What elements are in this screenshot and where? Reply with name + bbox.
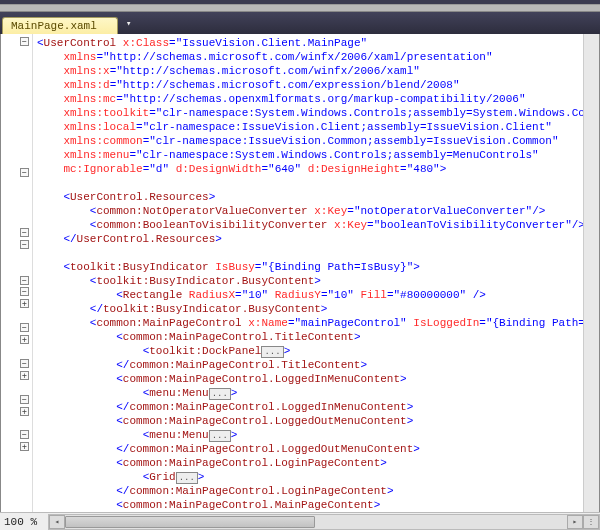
- code-line[interactable]: </toolkit:BusyIndicator.BusyContent>: [37, 302, 583, 316]
- code-line[interactable]: <common:MainPageControl.LoggedOutMenuCon…: [37, 414, 583, 428]
- code-line[interactable]: mc:Ignorable="d" d:DesignWidth="640" d:D…: [37, 162, 583, 176]
- gutter-row: [1, 191, 32, 203]
- collapsed-region[interactable]: ...: [176, 472, 198, 484]
- document-tab-strip: MainPage.xaml ▾: [0, 12, 600, 34]
- code-line[interactable]: <UserControl x:Class="IssueVision.Client…: [37, 36, 583, 50]
- gutter-row: [1, 155, 32, 167]
- splitter-grip-icon[interactable]: ⋮: [583, 515, 599, 529]
- fold-collapse-icon[interactable]: −: [20, 240, 29, 249]
- outline-gutter: −−−−−−+−+−+−+−+: [1, 34, 33, 512]
- code-line[interactable]: <common:NotOperatorValueConverter x:Key=…: [37, 204, 583, 218]
- fold-collapse-icon[interactable]: −: [20, 168, 29, 177]
- fold-expand-icon[interactable]: +: [20, 371, 29, 380]
- code-line[interactable]: xmlns:local="clr-namespace:IssueVision.C…: [37, 120, 583, 134]
- fold-expand-icon[interactable]: +: [20, 442, 29, 451]
- fold-collapse-icon[interactable]: −: [20, 395, 29, 404]
- collapsed-region[interactable]: ...: [261, 346, 283, 358]
- gutter-row: +: [1, 441, 32, 453]
- code-line[interactable]: <menu:Menu...>: [37, 428, 583, 442]
- code-line[interactable]: </common:MainPageControl.TitleContent>: [37, 358, 583, 372]
- gutter-row: +: [1, 334, 32, 346]
- code-line[interactable]: xmlns:common="clr-namespace:IssueVision.…: [37, 134, 583, 148]
- document-tab-active[interactable]: MainPage.xaml: [2, 17, 118, 34]
- code-content[interactable]: <UserControl x:Class="IssueVision.Client…: [33, 34, 583, 512]
- gutter-row: [1, 215, 32, 227]
- scroll-thumb[interactable]: [65, 516, 315, 528]
- code-line[interactable]: <UserControl.Resources>: [37, 190, 583, 204]
- gutter-row: [1, 262, 32, 274]
- code-line[interactable]: <toolkit:DockPanel...>: [37, 344, 583, 358]
- gutter-row: −: [1, 357, 32, 369]
- fold-collapse-icon[interactable]: −: [20, 430, 29, 439]
- gutter-row: −: [1, 274, 32, 286]
- gutter-row: [1, 84, 32, 96]
- code-editor: −−−−−−+−+−+−+−+ <UserControl x:Class="Is…: [0, 34, 600, 512]
- fold-expand-icon[interactable]: +: [20, 335, 29, 344]
- gutter-row: −: [1, 238, 32, 250]
- tab-dropdown-icon[interactable]: ▾: [122, 16, 136, 30]
- collapsed-region[interactable]: ...: [209, 430, 231, 442]
- fold-collapse-icon[interactable]: −: [20, 37, 29, 46]
- gutter-row: [1, 48, 32, 60]
- gutter-row: [1, 96, 32, 108]
- scroll-right-icon[interactable]: ▸: [567, 515, 583, 529]
- fold-expand-icon[interactable]: +: [20, 299, 29, 308]
- document-tab-title: MainPage.xaml: [11, 20, 97, 32]
- code-line[interactable]: </common:MainPageControl.LoggedInMenuCon…: [37, 400, 583, 414]
- gutter-row: +: [1, 298, 32, 310]
- gutter-row: [1, 203, 32, 215]
- code-line[interactable]: xmlns:menu="clr-namespace:System.Windows…: [37, 148, 583, 162]
- code-line[interactable]: xmlns:d="http://schemas.microsoft.com/ex…: [37, 78, 583, 92]
- gutter-row: [1, 250, 32, 262]
- code-line[interactable]: <common:MainPageControl.LoginPageContent…: [37, 456, 583, 470]
- code-line[interactable]: <toolkit:BusyIndicator IsBusy="{Binding …: [37, 260, 583, 274]
- code-line[interactable]: <common:MainPageControl.TitleContent>: [37, 330, 583, 344]
- code-line[interactable]: <toolkit:BusyIndicator.BusyContent>: [37, 274, 583, 288]
- gutter-row: −: [1, 322, 32, 334]
- code-line[interactable]: <Grid...>: [37, 470, 583, 484]
- code-line[interactable]: xmlns:toolkit="clr-namespace:System.Wind…: [37, 106, 583, 120]
- gutter-row: [1, 346, 32, 358]
- code-line[interactable]: [37, 246, 583, 260]
- code-line[interactable]: xmlns:x="http://schemas.microsoft.com/wi…: [37, 64, 583, 78]
- fold-expand-icon[interactable]: +: [20, 407, 29, 416]
- fold-collapse-icon[interactable]: −: [20, 323, 29, 332]
- fold-collapse-icon[interactable]: −: [20, 228, 29, 237]
- scroll-left-icon[interactable]: ◂: [49, 515, 65, 529]
- zoom-level[interactable]: 100 %: [0, 516, 48, 528]
- gutter-row: [1, 477, 32, 489]
- code-line[interactable]: <Rectangle RadiusX="10" RadiusY="10" Fil…: [37, 288, 583, 302]
- code-line[interactable]: xmlns:mc="http://schemas.openxmlformats.…: [37, 92, 583, 106]
- collapsed-region[interactable]: ...: [209, 388, 231, 400]
- code-line[interactable]: </UserControl.Resources>: [37, 232, 583, 246]
- code-line[interactable]: <common:MainPageControl x:Name="mainPage…: [37, 316, 583, 330]
- gutter-row: [1, 131, 32, 143]
- gutter-row: [1, 107, 32, 119]
- fold-collapse-icon[interactable]: −: [20, 359, 29, 368]
- code-line[interactable]: </common:MainPageControl.LoginPageConten…: [37, 484, 583, 498]
- fold-collapse-icon[interactable]: −: [20, 276, 29, 285]
- code-line[interactable]: xmlns="http://schemas.microsoft.com/winf…: [37, 50, 583, 64]
- code-line[interactable]: [37, 176, 583, 190]
- code-line[interactable]: <common:MainPageControl.LoggedInMenuCont…: [37, 372, 583, 386]
- code-line[interactable]: </common:MainPageControl.LoggedOutMenuCo…: [37, 442, 583, 456]
- gutter-row: [1, 465, 32, 477]
- gutter-row: −: [1, 286, 32, 298]
- status-bar: 100 % ◂ ▸ ⋮: [0, 512, 600, 530]
- code-line[interactable]: <common:MainPageControl.MainPageContent>: [37, 498, 583, 512]
- horizontal-scrollbar[interactable]: ◂ ▸ ⋮: [48, 514, 600, 530]
- code-line[interactable]: <common:BooleanToVisibilityConverter x:K…: [37, 218, 583, 232]
- gutter-row: [1, 143, 32, 155]
- gutter-row: [1, 453, 32, 465]
- gutter-row: [1, 500, 32, 512]
- fold-collapse-icon[interactable]: −: [20, 287, 29, 296]
- menu-bar-stub: [0, 4, 600, 12]
- gutter-row: [1, 488, 32, 500]
- vertical-scrollbar[interactable]: [583, 34, 599, 512]
- gutter-row: −: [1, 429, 32, 441]
- gutter-row: [1, 119, 32, 131]
- code-line[interactable]: <menu:Menu...>: [37, 386, 583, 400]
- gutter-row: −: [1, 227, 32, 239]
- gutter-row: +: [1, 369, 32, 381]
- gutter-row: −: [1, 167, 32, 179]
